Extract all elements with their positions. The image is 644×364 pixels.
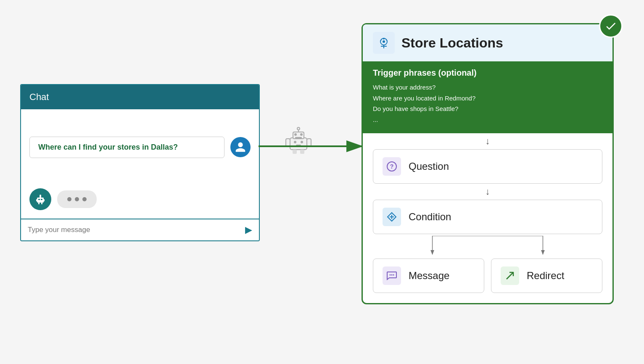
message-node[interactable]: Message (373, 258, 484, 293)
svg-rect-7 (38, 203, 40, 204)
topic-type-icon (377, 36, 391, 50)
user-message: Where can I find your stores in Dallas? (29, 137, 224, 158)
redirect-icon-container (501, 266, 519, 285)
bot-icon (34, 193, 47, 206)
svg-point-26 (383, 40, 385, 43)
redirect-node[interactable]: Redirect (491, 258, 602, 293)
typing-indicator (57, 190, 97, 208)
bot-avatar (29, 188, 51, 210)
dot-1 (67, 197, 71, 201)
redirect-label: Redirect (527, 270, 564, 282)
question-node[interactable]: ? Question (373, 149, 602, 184)
svg-point-4 (40, 195, 41, 196)
message-icon-container (383, 266, 401, 285)
flow-panel: Store Locations Trigger phrases (optiona… (362, 23, 614, 304)
svg-rect-1 (38, 199, 40, 200)
trigger-phrase-ellipsis: ... (373, 114, 602, 125)
svg-rect-0 (37, 198, 44, 203)
condition-label: Condition (409, 211, 451, 223)
chat-input-row[interactable]: ▶ (21, 219, 259, 240)
user-icon (235, 141, 246, 153)
arrow-to-question: ↓ (486, 136, 490, 147)
svg-text:?: ? (390, 163, 394, 170)
svg-point-41 (390, 274, 391, 276)
branch-arrows (373, 236, 602, 257)
svg-rect-2 (41, 199, 42, 200)
chat-panel: Chat Where can I find your stores in Dal… (20, 84, 260, 241)
condition-node[interactable]: Condition (373, 200, 602, 234)
flow-body: ↓ ? Question ↓ (363, 133, 612, 293)
question-label: Question (409, 161, 449, 172)
user-avatar (230, 137, 251, 157)
arrow-to-condition: ↓ (486, 186, 490, 197)
dot-3 (82, 197, 87, 201)
question-icon-container: ? (383, 157, 401, 176)
chat-bot-row (21, 185, 259, 219)
svg-rect-6 (43, 199, 45, 201)
svg-point-29 (383, 38, 385, 40)
svg-rect-5 (36, 199, 37, 201)
topic-icon (373, 32, 395, 54)
message-icon (386, 270, 397, 281)
send-icon[interactable]: ▶ (245, 224, 252, 235)
trigger-section: Trigger phrases (optional) What is your … (363, 61, 612, 133)
canvas: Chat Where can I find your stores in Dal… (0, 0, 644, 364)
condition-icon (386, 211, 397, 222)
trigger-phrases: What is your address? Where are you loca… (373, 82, 602, 125)
main-arrow (259, 134, 368, 159)
svg-point-42 (391, 274, 393, 276)
svg-point-43 (393, 274, 394, 276)
branch-row: Message Redirect (373, 258, 602, 293)
trigger-phrase-1: What is your address? (373, 82, 602, 93)
topic-title: Store Locations (401, 35, 503, 51)
question-icon: ? (386, 161, 397, 172)
chat-input[interactable] (28, 226, 245, 234)
checkmark-icon (604, 20, 617, 32)
trigger-phrase-3: Do you have shops in Seattle? (373, 103, 602, 114)
chat-header: Chat (21, 85, 259, 109)
message-label: Message (409, 270, 449, 282)
check-badge (599, 14, 623, 38)
redirect-icon (504, 270, 515, 281)
trigger-title: Trigger phrases (optional) (373, 68, 602, 78)
svg-rect-8 (41, 203, 42, 204)
branch-arrows-svg (373, 236, 602, 257)
chat-body: Where can I find your stores in Dallas? (21, 109, 259, 185)
topic-header: Store Locations (363, 24, 612, 61)
svg-point-12 (297, 127, 300, 130)
trigger-phrase-2: Where are you located in Redmond? (373, 93, 602, 104)
condition-icon-container (383, 208, 401, 226)
dot-2 (75, 197, 79, 201)
